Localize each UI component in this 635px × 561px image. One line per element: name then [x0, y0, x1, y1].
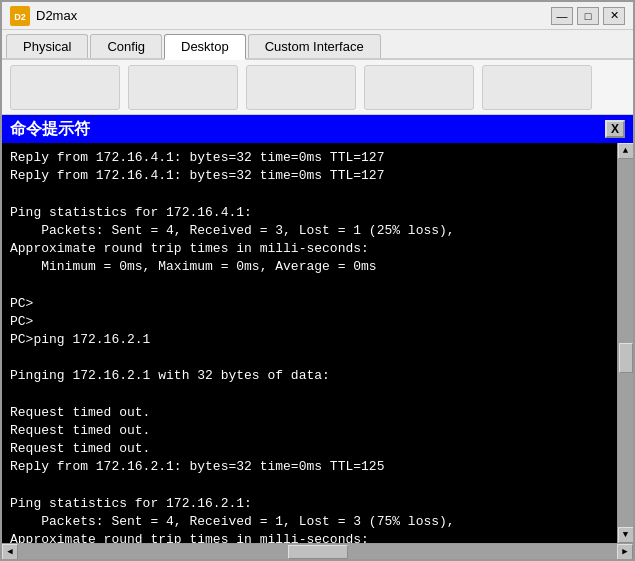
nav-tabs: Physical Config Desktop Custom Interface: [2, 30, 633, 60]
terminal-content-wrapper: Reply from 172.16.4.1: bytes=32 time=0ms…: [2, 143, 633, 543]
device-thumb-2: [128, 65, 238, 110]
device-thumbnail-row: [2, 60, 633, 115]
close-button[interactable]: ✕: [603, 7, 625, 25]
tab-physical[interactable]: Physical: [6, 34, 88, 58]
tab-custom-interface[interactable]: Custom Interface: [248, 34, 381, 58]
scroll-up-button[interactable]: ▲: [618, 143, 634, 159]
scroll-thumb[interactable]: [619, 343, 633, 373]
terminal-close-button[interactable]: X: [605, 120, 625, 138]
device-thumb-1: [10, 65, 120, 110]
window-controls: — □ ✕: [551, 7, 625, 25]
maximize-button[interactable]: □: [577, 7, 599, 25]
scroll-right-button[interactable]: ▶: [617, 544, 633, 560]
scroll-track[interactable]: [618, 159, 633, 527]
horizontal-scrollbar[interactable]: ◀ ▶: [2, 543, 633, 559]
hscroll-track[interactable]: [18, 544, 617, 559]
terminal-panel: 命令提示符 X Reply from 172.16.4.1: bytes=32 …: [2, 115, 633, 559]
device-thumb-3: [246, 65, 356, 110]
app-icon: D2: [10, 6, 30, 26]
window-title: D2max: [36, 8, 551, 23]
main-area: 命令提示符 X Reply from 172.16.4.1: bytes=32 …: [2, 115, 633, 559]
svg-text:D2: D2: [14, 12, 26, 22]
terminal-scrollbar[interactable]: ▲ ▼: [617, 143, 633, 543]
hscroll-thumb[interactable]: [288, 545, 348, 559]
tab-desktop[interactable]: Desktop: [164, 34, 246, 60]
terminal-content[interactable]: Reply from 172.16.4.1: bytes=32 time=0ms…: [2, 143, 617, 543]
device-thumb-4: [364, 65, 474, 110]
terminal-title: 命令提示符: [10, 119, 90, 140]
title-bar: D2 D2max — □ ✕: [2, 2, 633, 30]
main-window: D2 D2max — □ ✕ Physical Config Desktop C…: [0, 0, 635, 561]
minimize-button[interactable]: —: [551, 7, 573, 25]
device-thumb-5: [482, 65, 592, 110]
scroll-down-button[interactable]: ▼: [618, 527, 634, 543]
tab-config[interactable]: Config: [90, 34, 162, 58]
scroll-left-button[interactable]: ◀: [2, 544, 18, 560]
terminal-titlebar: 命令提示符 X: [2, 115, 633, 143]
